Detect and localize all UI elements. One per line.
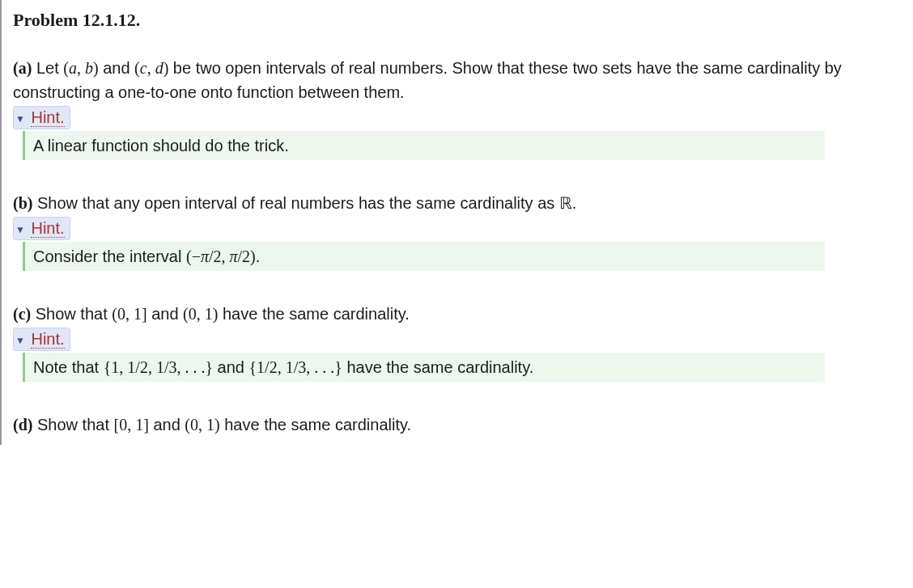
- math-set1: {1, 1/2, 1/3, . . .}: [104, 358, 213, 376]
- math-01closed: (0, 1]: [112, 305, 147, 323]
- part-d-statement: (d) Show that [0, 1] and (0, 1) have the…: [13, 412, 908, 437]
- math-set2: {1/2, 1/3, . . .}: [249, 358, 342, 376]
- hint-label: Hint.: [31, 219, 64, 238]
- math-pi-interval: (−π/2, π/2): [186, 247, 256, 265]
- math-interval-cd: (c, d): [134, 59, 168, 77]
- hint-a: A linear function should do the trick.: [23, 131, 825, 160]
- hint-toggle-a[interactable]: ▼ Hint.: [13, 106, 70, 129]
- part-a: (a) Let (a, b) and (c, d) be two open in…: [13, 56, 908, 160]
- hint-label: Hint.: [31, 108, 64, 127]
- math-01open-d: (0, 1): [185, 416, 219, 434]
- problem-title: Problem 12.1.12.: [13, 6, 908, 33]
- math-interval-ab: (a, b): [63, 59, 98, 77]
- chevron-down-icon: ▼: [15, 224, 25, 235]
- part-c: (c) Show that (0, 1] and (0, 1) have the…: [13, 302, 908, 382]
- chevron-down-icon: ▼: [15, 113, 25, 125]
- hint-toggle-c[interactable]: ▼ Hint.: [13, 328, 70, 351]
- part-label: (a): [13, 59, 32, 77]
- chevron-down-icon: ▼: [15, 335, 25, 346]
- part-label: (d): [13, 416, 32, 434]
- hint-c: Note that {1, 1/2, 1/3, . . .} and {1/2,…: [23, 353, 825, 382]
- math-reals: ℝ: [559, 194, 572, 212]
- part-d: (d) Show that [0, 1] and (0, 1) have the…: [13, 412, 908, 437]
- math-01open: (0, 1): [183, 305, 218, 323]
- hint-b: Consider the interval (−π/2, π/2).: [23, 242, 825, 271]
- hint-label: Hint.: [31, 330, 64, 349]
- part-b-statement: (b) Show that any open interval of real …: [13, 191, 908, 215]
- hint-toggle-b[interactable]: ▼ Hint.: [13, 217, 70, 240]
- part-c-statement: (c) Show that (0, 1] and (0, 1) have the…: [13, 302, 908, 326]
- math-01-closed-both: [0, 1]: [114, 416, 149, 434]
- problem-block: Problem 12.1.12. (a) Let (a, b) and (c, …: [0, 0, 913, 445]
- part-label: (c): [13, 305, 31, 323]
- part-label: (b): [13, 194, 32, 212]
- part-b: (b) Show that any open interval of real …: [13, 191, 908, 271]
- part-a-statement: (a) Let (a, b) and (c, d) be two open in…: [13, 56, 908, 104]
